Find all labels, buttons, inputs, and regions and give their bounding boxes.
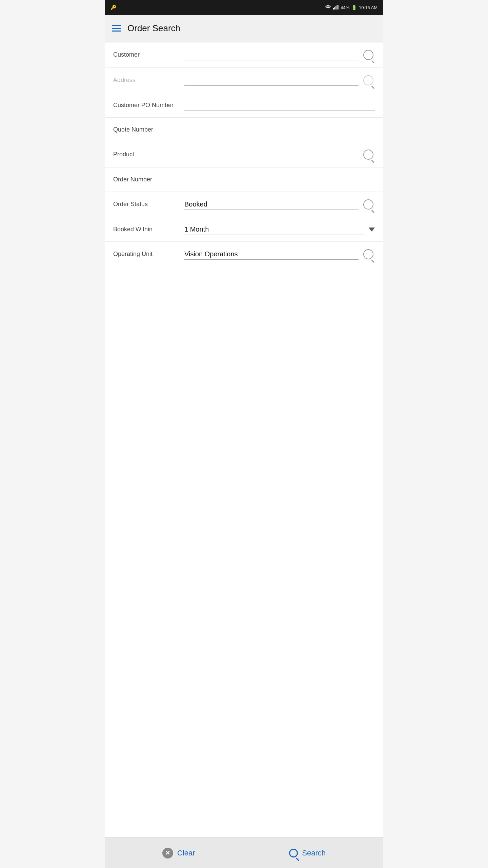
app-header: Order Search [105, 15, 383, 42]
address-search-icon [363, 75, 373, 85]
time-display: 10:16 AM [359, 5, 378, 10]
customer-po-input[interactable] [184, 100, 375, 111]
status-left: 🔑 [110, 5, 116, 10]
operating-unit-search-icon [363, 249, 373, 259]
address-label: Address [113, 76, 181, 84]
battery-icon: 🔋 [351, 5, 357, 10]
customer-po-label: Customer PO Number [113, 101, 181, 109]
customer-search-button[interactable] [362, 48, 375, 61]
order-status-input-area [184, 198, 375, 211]
product-search-button[interactable] [362, 148, 375, 161]
customer-input-area [184, 48, 375, 61]
customer-row: Customer [105, 42, 383, 68]
order-number-label: Order Number [113, 176, 181, 183]
booked-within-label: Booked Within [113, 225, 181, 233]
product-input[interactable] [184, 149, 359, 160]
search-icon [289, 849, 298, 857]
footer-bar: ✕ Clear Search [105, 837, 383, 868]
address-row: Address [105, 68, 383, 93]
operating-unit-search-button[interactable] [362, 248, 375, 261]
customer-po-row: Customer PO Number [105, 93, 383, 118]
customer-label: Customer [113, 51, 181, 59]
hamburger-menu-icon[interactable] [112, 25, 121, 32]
svg-rect-0 [333, 8, 334, 9]
quote-number-row: Quote Number [105, 118, 383, 142]
content-spacer [105, 552, 383, 837]
svg-rect-3 [337, 5, 338, 9]
operating-unit-label: Operating Unit [113, 250, 181, 258]
address-input-area [184, 74, 375, 87]
product-label: Product [113, 151, 181, 158]
clear-button[interactable]: ✕ Clear [162, 848, 195, 859]
product-search-icon [363, 150, 373, 160]
booked-within-dropdown-arrow [369, 228, 375, 232]
battery-percentage: 44% [341, 5, 349, 10]
wifi-icon [325, 5, 331, 11]
quote-number-input[interactable] [184, 124, 375, 135]
clear-icon: ✕ [162, 848, 173, 859]
booked-within-row: Booked Within 1 Month [105, 217, 383, 242]
status-right: 44% 🔋 10:16 AM [325, 5, 378, 11]
customer-search-icon [363, 50, 373, 60]
order-number-input-area [184, 174, 375, 185]
operating-unit-row: Operating Unit [105, 242, 383, 267]
operating-unit-input[interactable] [184, 249, 359, 260]
key-icon: 🔑 [110, 5, 116, 10]
order-number-row: Order Number [105, 167, 383, 192]
svg-rect-1 [334, 7, 336, 9]
search-button[interactable]: Search [289, 849, 326, 857]
form-content: Customer Address Customer PO Number Quot… [105, 42, 383, 552]
page-title: Order Search [127, 23, 180, 34]
order-status-search-button[interactable] [362, 198, 375, 211]
address-input[interactable] [184, 75, 359, 86]
product-row: Product [105, 142, 383, 167]
booked-within-dropdown-area[interactable]: 1 Month [184, 224, 375, 235]
quote-number-input-area [184, 124, 375, 135]
svg-rect-2 [336, 6, 337, 9]
order-status-search-icon [363, 199, 373, 210]
address-search-button[interactable] [362, 74, 375, 87]
product-input-area [184, 148, 375, 161]
clear-label: Clear [177, 849, 195, 857]
operating-unit-input-area [184, 248, 375, 261]
customer-po-input-area [184, 100, 375, 111]
search-label: Search [302, 849, 326, 857]
booked-within-value: 1 Month [184, 224, 365, 235]
quote-number-label: Quote Number [113, 126, 181, 134]
customer-input[interactable] [184, 50, 359, 60]
order-status-row: Order Status [105, 192, 383, 217]
signal-icon [333, 5, 339, 11]
status-bar: 🔑 44% 🔋 10:16 AM [105, 0, 383, 15]
order-status-label: Order Status [113, 200, 181, 208]
order-number-input[interactable] [184, 174, 375, 185]
svg-rect-4 [338, 5, 339, 9]
order-status-input[interactable] [184, 199, 359, 210]
